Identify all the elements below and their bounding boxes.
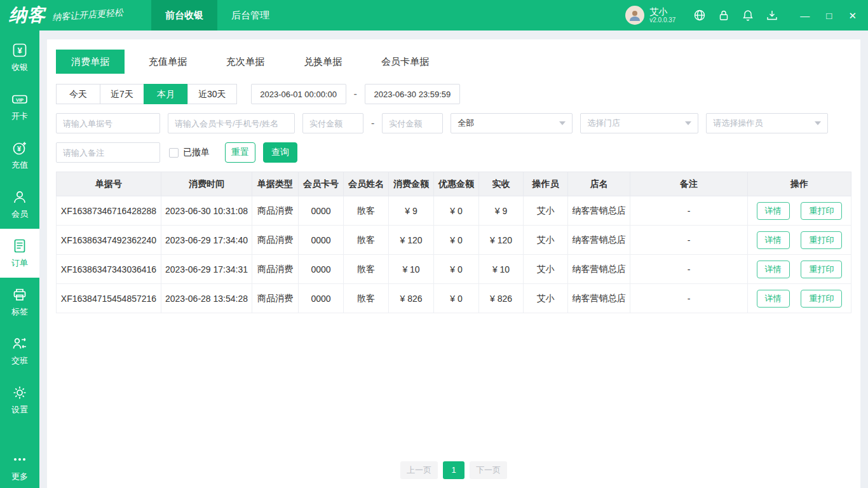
next-page-button[interactable]: 下一页 bbox=[470, 461, 507, 479]
reprint-button[interactable]: 重打印 bbox=[801, 290, 842, 308]
amount-range-separator: - bbox=[371, 118, 374, 129]
cell-store: 纳客营销总店 bbox=[568, 226, 630, 255]
quick-range-30days[interactable]: 近30天 bbox=[187, 84, 237, 104]
amount-max-input[interactable] bbox=[382, 113, 443, 133]
cell-card-no: 0000 bbox=[299, 255, 344, 284]
cell-consume-amount: ¥ 120 bbox=[389, 226, 434, 255]
cell-actions: 详情 重打印 bbox=[748, 284, 851, 313]
vip-card-icon: VIP bbox=[11, 91, 28, 107]
quick-range-today[interactable]: 今天 bbox=[56, 84, 100, 104]
cell-consume-time: 2023-06-29 17:34:31 bbox=[161, 255, 252, 284]
tab-times-orders[interactable]: 充次单据 bbox=[211, 50, 280, 74]
user-info: 艾小 v2.0.0.37 bbox=[649, 6, 675, 25]
cell-order-no: XF16386347492362240 bbox=[57, 226, 161, 255]
bell-icon[interactable] bbox=[742, 9, 754, 22]
lock-icon[interactable] bbox=[717, 9, 730, 22]
tab-exchange-orders[interactable]: 兑换单据 bbox=[288, 50, 357, 74]
prev-page-button[interactable]: 上一页 bbox=[400, 461, 438, 479]
quick-range-this-month[interactable]: 本月 bbox=[144, 84, 188, 104]
cell-member-name: 散客 bbox=[344, 284, 389, 313]
table-header-row: 单据号 消费时间 单据类型 会员卡号 会员姓名 消费金额 优惠金额 实收 操作员… bbox=[57, 172, 851, 196]
amount-min-input[interactable] bbox=[302, 113, 363, 133]
cell-paid: ¥ 10 bbox=[479, 255, 524, 284]
revoked-checkbox[interactable] bbox=[169, 148, 179, 158]
sidebar-item-label: 交班 bbox=[11, 355, 28, 367]
svg-text:VIP: VIP bbox=[16, 97, 24, 103]
minimize-button[interactable]: — bbox=[800, 11, 810, 20]
operator-select[interactable]: 请选择操作员 bbox=[706, 113, 828, 133]
app-logo: 纳客 bbox=[9, 3, 46, 27]
brand: 纳客 纳客让开店更轻松 bbox=[0, 3, 151, 27]
sidebar-item-open-card[interactable]: VIP 开卡 bbox=[0, 82, 39, 131]
cell-remark: - bbox=[630, 196, 748, 226]
filter-row-fields: - 全部 选择门店 请选择操作员 bbox=[56, 113, 851, 133]
sidebar: ¥ 收银 VIP 开卡 ¥ 充值 会员 订单 标签 bbox=[0, 30, 39, 488]
nav-tab-backstage[interactable]: 后台管理 bbox=[217, 0, 283, 30]
reprint-button[interactable]: 重打印 bbox=[801, 202, 842, 220]
cell-discount-amount: ¥ 0 bbox=[434, 196, 479, 226]
cell-card-no: 0000 bbox=[299, 196, 344, 226]
sidebar-item-members[interactable]: 会员 bbox=[0, 180, 39, 229]
cell-order-no: XF16386347343036416 bbox=[57, 255, 161, 284]
order-icon bbox=[11, 238, 28, 254]
sidebar-item-label: 收银 bbox=[11, 62, 28, 73]
globe-icon[interactable] bbox=[693, 9, 706, 22]
revoked-checkbox-wrap[interactable]: 已撤单 bbox=[169, 147, 210, 158]
cell-remark: - bbox=[630, 226, 748, 255]
order-type-select[interactable]: 全部 bbox=[451, 113, 573, 133]
avatar[interactable] bbox=[625, 6, 644, 25]
cell-paid: ¥ 120 bbox=[479, 226, 524, 255]
store-select[interactable]: 选择门店 bbox=[580, 113, 698, 133]
maximize-button[interactable]: □ bbox=[826, 11, 832, 20]
sidebar-item-shift[interactable]: 交班 bbox=[0, 327, 39, 376]
sidebar-item-label: 充值 bbox=[11, 159, 28, 171]
sidebar-item-recharge[interactable]: ¥ 充值 bbox=[0, 131, 39, 180]
reprint-button[interactable]: 重打印 bbox=[801, 261, 842, 278]
reprint-button[interactable]: 重打印 bbox=[801, 231, 842, 249]
date-to-input[interactable] bbox=[365, 84, 460, 104]
orders-table: 单据号 消费时间 单据类型 会员卡号 会员姓名 消费金额 优惠金额 实收 操作员… bbox=[56, 172, 851, 313]
date-from-input[interactable] bbox=[251, 84, 346, 104]
sidebar-item-orders[interactable]: 订单 bbox=[0, 229, 39, 278]
close-button[interactable]: ✕ bbox=[848, 11, 857, 20]
sidebar-item-cashier[interactable]: ¥ 收银 bbox=[0, 33, 39, 82]
tab-recharge-orders[interactable]: 充值单据 bbox=[133, 50, 202, 74]
tab-consume-orders[interactable]: 消费单据 bbox=[56, 50, 125, 74]
orders-panel: 消费单据 充值单据 充次单据 兑换单据 会员卡单据 今天 近7天 本月 近30天… bbox=[47, 39, 860, 488]
detail-button[interactable]: 详情 bbox=[757, 290, 790, 308]
quick-range-group: 今天 近7天 本月 近30天 bbox=[56, 84, 237, 104]
cell-discount-amount: ¥ 0 bbox=[434, 284, 479, 313]
detail-button[interactable]: 详情 bbox=[757, 202, 790, 220]
sidebar-item-labels[interactable]: 标签 bbox=[0, 278, 39, 327]
sidebar-item-more[interactable]: 更多 bbox=[0, 445, 39, 488]
quick-range-7days[interactable]: 近7天 bbox=[100, 84, 144, 104]
download-icon[interactable] bbox=[766, 9, 778, 22]
cell-order-type: 商品消费 bbox=[252, 226, 299, 255]
sidebar-item-settings[interactable]: 设置 bbox=[0, 376, 39, 424]
remark-input[interactable] bbox=[56, 142, 160, 163]
tab-member-card-orders[interactable]: 会员卡单据 bbox=[366, 50, 444, 74]
recharge-icon: ¥ bbox=[11, 140, 28, 156]
cell-paid: ¥ 826 bbox=[479, 284, 524, 313]
cell-order-type: 商品消费 bbox=[252, 255, 299, 284]
col-operator: 操作员 bbox=[524, 172, 568, 196]
member-search-input[interactable] bbox=[168, 113, 295, 133]
more-dots-icon bbox=[11, 451, 28, 468]
detail-button[interactable]: 详情 bbox=[757, 261, 790, 278]
detail-button[interactable]: 详情 bbox=[757, 231, 790, 249]
svg-text:¥: ¥ bbox=[17, 145, 22, 152]
cell-operator: 艾小 bbox=[524, 255, 568, 284]
cashier-icon: ¥ bbox=[11, 42, 28, 58]
cell-order-type: 商品消费 bbox=[252, 196, 299, 226]
reset-button[interactable]: 重置 bbox=[225, 142, 255, 163]
shift-icon bbox=[11, 336, 28, 352]
sidebar-item-label: 会员 bbox=[11, 208, 28, 220]
nav-tab-front-cashier[interactable]: 前台收银 bbox=[151, 0, 217, 30]
app-version: v2.0.0.37 bbox=[649, 17, 675, 24]
search-button[interactable]: 查询 bbox=[263, 142, 297, 163]
sidebar-item-label: 开卡 bbox=[11, 111, 28, 122]
order-no-input[interactable] bbox=[56, 113, 160, 133]
page-number-1[interactable]: 1 bbox=[443, 461, 465, 479]
cell-store: 纳客营销总店 bbox=[568, 196, 630, 226]
brand-slogan: 纳客让开店更轻松 bbox=[52, 7, 124, 24]
